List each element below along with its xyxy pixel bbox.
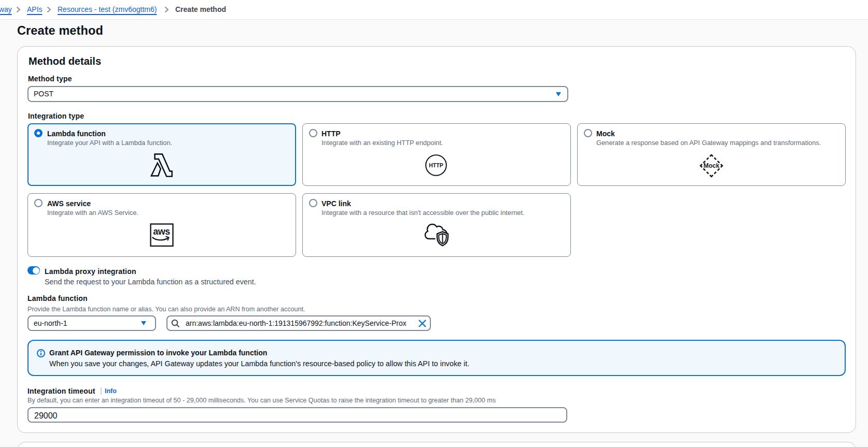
svg-text:HTTP: HTTP: [429, 162, 443, 168]
svg-text:aws: aws: [153, 226, 170, 237]
svg-text:Mock: Mock: [703, 162, 719, 169]
